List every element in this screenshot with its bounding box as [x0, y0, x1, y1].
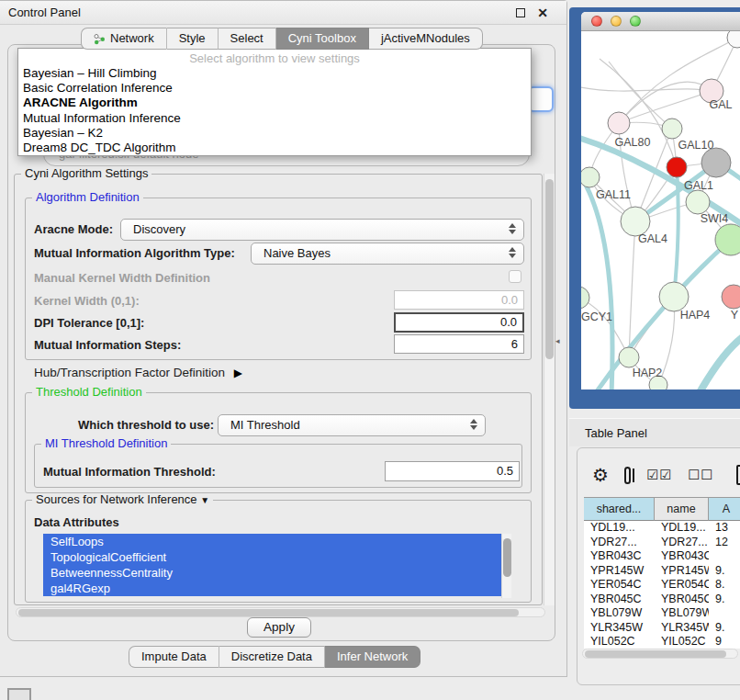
panel-splitter-handle[interactable]: ◂ [555, 336, 560, 345]
which-threshold-combo[interactable]: MI Threshold [218, 414, 486, 436]
network-node[interactable] [667, 157, 687, 177]
table-row[interactable]: YER054CYER054C8. [584, 578, 740, 593]
settings-horizontal-scrollbar[interactable] [16, 607, 545, 617]
table-row[interactable]: YIL052CYIL052C9 [584, 635, 740, 649]
kernel-width-field[interactable]: 0.0 [394, 290, 524, 310]
table-horizontal-scrollbar[interactable] [582, 649, 738, 659]
cyni-toolbox-panel: gal-filtered.sif default node Select alg… [7, 44, 555, 641]
docked-panel-icon[interactable] [7, 688, 31, 700]
manual-kernel-label: Manual Kernel Width Definition [34, 271, 210, 285]
table-row[interactable]: YDR27...YDR27...12 [584, 536, 740, 550]
float-panel-icon[interactable] [516, 8, 525, 17]
dpi-tolerance-field[interactable]: 0.0 [394, 312, 524, 333]
table-cell: YBL079W [584, 606, 655, 621]
network-node[interactable] [686, 190, 710, 214]
table-cell: YBR043C [655, 549, 709, 564]
data-attributes-list: SelfLoopsTopologicalCoefficientBetweenne… [43, 534, 501, 598]
network-node-label: GAL10 [678, 139, 714, 152]
tab-discretize-data[interactable]: Discretize Data [219, 646, 325, 668]
apply-button[interactable]: Apply [247, 617, 311, 638]
attribute-list-scrollbar[interactable] [501, 534, 511, 598]
inference-algorithm-combo-edge[interactable] [528, 86, 554, 112]
network-node[interactable] [662, 119, 682, 139]
table-row[interactable]: YLR345WYLR345W9. [584, 621, 740, 636]
algorithm-option[interactable]: Basic Correlation Inference [18, 81, 531, 96]
network-node-label: HAP4 [680, 309, 711, 322]
table-cell: YDL19... [655, 521, 709, 536]
attribute-list-item[interactable]: BetweennessCentrality [43, 565, 501, 581]
select-all-columns-icon[interactable]: ☑☑ [646, 468, 672, 482]
tab-impute-data[interactable]: Impute Data [129, 646, 219, 668]
table-row[interactable]: YBR043CYBR043C [584, 549, 740, 564]
table-cell: YER054C [584, 578, 655, 593]
network-tab-icon [94, 33, 106, 45]
table-panel-window: ⚙ ☑☑ ☐☐ shared...nameA YDL19...YDL19...1… [577, 447, 740, 685]
network-node-label: Y [731, 309, 739, 322]
network-node[interactable] [727, 31, 740, 48]
network-window-titlebar[interactable] [581, 12, 740, 31]
network-node[interactable] [701, 148, 731, 177]
table-settings-gear-icon[interactable]: ⚙ [592, 466, 609, 484]
manual-kernel-checkbox[interactable] [509, 270, 521, 283]
attribute-list-item[interactable]: gal4RGexp [43, 581, 501, 596]
table-body: YDL19...YDL19...13YDR27...YDR27...12YBR0… [584, 521, 740, 649]
collapse-down-arrow-icon[interactable]: ▼ [200, 495, 209, 505]
mi-threshold-field[interactable]: 0.5 [385, 461, 520, 481]
tab-select[interactable]: Select [219, 28, 276, 50]
show-columns-icon[interactable] [624, 467, 631, 484]
network-node[interactable] [619, 347, 639, 367]
table-column-header[interactable]: name [655, 497, 709, 521]
zoom-window-icon[interactable] [630, 16, 641, 27]
algorithm-option[interactable]: Dream8 DC_TDC Algorithm [18, 141, 531, 155]
tab-network[interactable]: Network [81, 28, 167, 50]
expander-right-arrow-icon: ▶ [234, 367, 242, 379]
table-cell: YBL079W [655, 606, 709, 621]
attribute-list-item[interactable]: TopologicalCoefficient [43, 549, 501, 565]
close-panel-icon[interactable]: ✕ [537, 6, 548, 19]
table-row[interactable]: YBR045CYBR045C9. [584, 593, 740, 607]
mi-type-combo[interactable]: Naive Bayes [251, 243, 524, 265]
tab-cyni-toolbox[interactable]: Cyni Toolbox [276, 28, 369, 50]
table-cell: YDR27... [584, 536, 655, 550]
table-row[interactable]: YPR145WYPR145W9. [584, 564, 740, 579]
algorithm-option[interactable]: Mutual Information Inference [18, 111, 531, 126]
table-cell: 12 [709, 536, 740, 550]
table-cell: YER054C [655, 578, 709, 593]
algorithm-option[interactable]: Bayesian – Hill Climbing [18, 66, 531, 81]
network-node[interactable] [722, 285, 740, 309]
aracne-mode-combo[interactable]: Discovery [120, 219, 524, 241]
attribute-list-item[interactable]: SelfLoops [43, 534, 501, 549]
mi-steps-field[interactable]: 6 [394, 334, 524, 354]
tab-jactivemnodules[interactable]: jActiveMNodules [369, 28, 483, 50]
tab-label: Infer Network [337, 647, 408, 667]
table-column-header[interactable]: shared... [584, 497, 655, 521]
network-node-label: SWI4 [701, 212, 729, 225]
algorithm-dropdown-popup: Select algorithm to view settings Bayesi… [17, 48, 532, 156]
hub-definition-expander[interactable]: Hub/Transcription Factor Definition ▶ [34, 366, 242, 379]
network-node[interactable] [581, 167, 600, 187]
table-cell: YIL052C [584, 635, 655, 649]
settings-vertical-scrollbar[interactable] [544, 174, 555, 605]
export-table-icon[interactable] [736, 465, 740, 485]
network-node[interactable] [608, 112, 630, 134]
network-node[interactable] [581, 287, 589, 309]
table-row[interactable]: YDL19...YDL19...13 [584, 521, 740, 536]
combo-arrows-icon [470, 419, 477, 430]
network-node[interactable] [659, 282, 689, 311]
deselect-all-columns-icon[interactable]: ☐☐ [688, 468, 713, 482]
cyni-bottom-tab-bar: Impute DataDiscretize DataInfer Network [129, 646, 420, 668]
close-window-icon[interactable] [591, 16, 602, 27]
combo-arrows-icon [509, 223, 516, 234]
algorithm-option[interactable]: ARACNE Algorithm [18, 96, 531, 110]
network-canvas[interactable]: GALGAL80GAL10GAL1GAL11SWI4GAL4GCY1HAP4YH… [581, 31, 740, 390]
table-panel-title: Table Panel [585, 426, 647, 440]
control-panel-title: Control Panel [8, 6, 81, 19]
algorithm-option[interactable]: Bayesian – K2 [18, 126, 531, 141]
tab-style[interactable]: Style [167, 28, 219, 50]
minimize-window-icon[interactable] [611, 16, 622, 27]
table-row[interactable]: YBL079WYBL079W [584, 606, 740, 621]
table-column-header[interactable]: A [709, 497, 740, 521]
tab-label: Impute Data [141, 647, 207, 667]
tab-infer-network[interactable]: Infer Network [325, 646, 420, 668]
tab-label: jActiveMNodules [381, 28, 470, 49]
